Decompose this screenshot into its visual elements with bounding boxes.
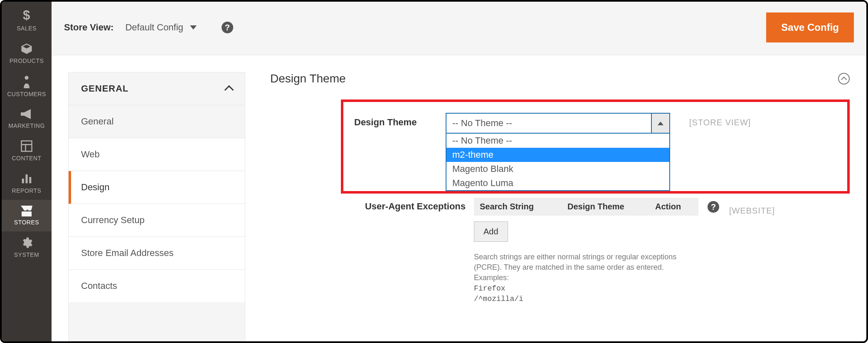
option-magento-blank[interactable]: Magento Blank (446, 162, 669, 176)
dollar-icon: $ (20, 8, 34, 22)
svg-text:$: $ (23, 8, 30, 22)
field-label-user-agent: User-Agent Exceptions (341, 198, 474, 212)
bar-chart-icon (20, 172, 33, 185)
svg-point-1 (25, 76, 28, 80)
triangle-up-icon (658, 122, 663, 125)
config-pane: Design Theme Design Theme -- No Theme -- (245, 72, 866, 341)
field-label-design-theme: Design Theme (354, 113, 446, 128)
ua-col-action: Action (655, 202, 693, 211)
megaphone-icon (20, 108, 33, 120)
nav-label: REPORTS (2, 187, 52, 194)
store-icon (20, 205, 33, 216)
ua-help-text: Search strings are either normal strings… (474, 252, 698, 304)
nav-item-stores[interactable]: STORES (2, 200, 52, 231)
store-view-value: Default Config (125, 22, 183, 33)
gear-icon (20, 236, 33, 249)
config-group-title: GENERAL (81, 83, 129, 94)
design-theme-options: -- No Theme -- m2-theme Magento Blank Ma… (446, 134, 670, 191)
nav-label: CONTENT (2, 155, 52, 162)
help-icon[interactable]: ? (222, 22, 233, 33)
config-item-design[interactable]: Design (69, 171, 245, 204)
collapse-icon[interactable] (838, 73, 850, 85)
nav-item-reports[interactable]: REPORTS (2, 167, 52, 200)
highlight-design-theme: Design Theme -- No Theme -- -- No Theme … (341, 99, 850, 194)
nav-item-marketing[interactable]: MARKETING (2, 103, 52, 135)
svg-rect-6 (26, 174, 28, 183)
nav-item-system[interactable]: SYSTEM (2, 231, 52, 264)
save-config-button[interactable]: Save Config (766, 12, 854, 42)
store-view-switcher[interactable]: Default Config (125, 22, 196, 33)
option-magento-luma[interactable]: Magento Luma (446, 176, 669, 190)
layout-icon (20, 140, 33, 152)
svg-rect-5 (22, 179, 24, 183)
scope-store-view: [STORE VIEW] (689, 113, 751, 127)
nav-label: STORES (2, 219, 52, 226)
section-design-theme[interactable]: Design Theme (270, 72, 850, 85)
nav-label: MARKETING (2, 122, 52, 129)
nav-label: CUSTOMERS (2, 91, 52, 97)
user-agent-exceptions-row: User-Agent Exceptions Search String Desi… (270, 198, 850, 304)
scope-website: [WEBSITE] (729, 201, 775, 216)
ua-example-1: Firefox (474, 283, 698, 294)
config-group-general[interactable]: GENERAL (69, 72, 245, 105)
config-item-contacts[interactable]: Contacts (69, 270, 245, 302)
svg-rect-7 (29, 177, 31, 183)
nav-item-sales[interactable]: $ SALES (2, 3, 52, 37)
config-item-general[interactable]: General (69, 105, 245, 138)
nav-item-content[interactable]: CONTENT (2, 135, 52, 167)
design-theme-select[interactable]: -- No Theme -- -- No Theme -- m2-theme M… (446, 113, 670, 191)
store-view-label: Store View: (64, 22, 113, 33)
option-m2-theme[interactable]: m2-theme (446, 148, 669, 162)
help-icon[interactable]: ? (708, 201, 719, 213)
ua-col-search: Search String (480, 202, 551, 211)
select-toggle-button[interactable] (651, 114, 669, 133)
admin-nav: $ SALES PRODUCTS CUSTOMERS MARKETING CON… (2, 2, 52, 341)
caret-down-icon (190, 25, 197, 30)
ua-table-header: Search String Design Theme Action (474, 198, 698, 216)
person-icon (21, 75, 32, 88)
section-title-text: Design Theme (270, 72, 346, 85)
nav-label: SALES (2, 25, 52, 32)
ua-help-line1: Search strings are either normal strings… (474, 252, 698, 283)
config-sidebar: GENERAL General Web Design Currency Setu… (68, 72, 245, 341)
design-theme-selected: -- No Theme -- (446, 118, 651, 129)
nav-item-products[interactable]: PRODUCTS (2, 37, 52, 70)
option-no-theme[interactable]: -- No Theme -- (446, 134, 669, 148)
add-button[interactable]: Add (474, 221, 508, 242)
ua-example-2: /^mozilla/i (474, 294, 698, 304)
config-item-store-email[interactable]: Store Email Addresses (69, 237, 245, 270)
svg-rect-2 (22, 141, 32, 152)
config-item-currency-setup[interactable]: Currency Setup (69, 204, 245, 237)
chevron-up-icon (224, 85, 234, 95)
nav-item-customers[interactable]: CUSTOMERS (2, 70, 52, 103)
nav-label: SYSTEM (2, 251, 52, 258)
ua-col-theme: Design Theme (567, 202, 639, 211)
config-item-web[interactable]: Web (69, 138, 245, 171)
topbar: Store View: Default Config ? Save Config (52, 2, 866, 55)
nav-label: PRODUCTS (2, 57, 52, 64)
box-icon (20, 42, 33, 55)
